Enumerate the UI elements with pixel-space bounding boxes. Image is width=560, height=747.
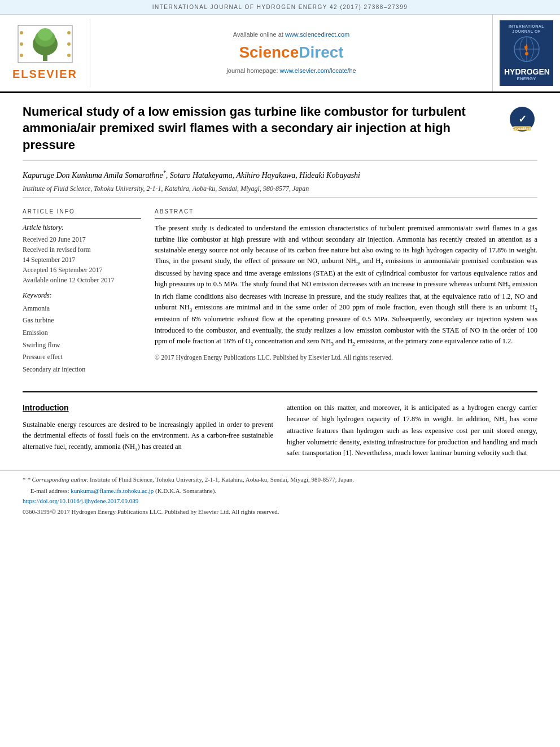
issn-line: 0360-3199/© 2017 Hydrogen Energy Publica… bbox=[23, 508, 537, 516]
hydrogen-energy-logo: International Journal of HYDROGEN ENERGY bbox=[492, 15, 560, 91]
article-history-group: Article history: Received 20 June 2017 R… bbox=[23, 223, 141, 285]
branding-row: ELSEVIER Available online at www.science… bbox=[0, 15, 560, 93]
elsevier-brand-text: ELSEVIER bbox=[12, 66, 77, 82]
revised-date: 14 September 2017 bbox=[23, 255, 141, 265]
journal-homepage-link[interactable]: www.elsevier.com/locate/he bbox=[280, 67, 356, 74]
svg-text:✓: ✓ bbox=[518, 113, 526, 125]
article-title-section: Numerical study of a low emission gas tu… bbox=[23, 93, 537, 161]
he-logo-main2: ENERGY bbox=[504, 76, 549, 82]
article-info-label: ARTICLE INFO bbox=[23, 208, 141, 219]
intro-two-col: Introduction Sustainable energy resource… bbox=[23, 403, 537, 458]
svg-point-4 bbox=[38, 28, 53, 41]
sd-science-text: Science bbox=[239, 43, 299, 61]
affiliation-line: Institute of Fluid Science, Tohoku Unive… bbox=[23, 184, 537, 194]
keyword-gas-turbine: Gas turbine bbox=[23, 314, 141, 327]
journal-header: INTERNATIONAL JOURNAL OF HYDROGEN ENERGY… bbox=[0, 0, 560, 15]
accepted-text: Accepted 16 September 2017 bbox=[23, 265, 141, 275]
intro-col-left: Introduction Sustainable energy resource… bbox=[23, 403, 273, 458]
revised-label: Received in revised form bbox=[23, 244, 141, 255]
crossmark-icon: ✓ CrossMark bbox=[509, 106, 536, 133]
article-content: Numerical study of a low emission gas tu… bbox=[0, 93, 560, 459]
article-info-abstract-row: ARTICLE INFO Article history: Received 2… bbox=[23, 197, 537, 391]
abstract-column: ABSTRACT The present study is dedicated … bbox=[155, 208, 537, 381]
keyword-emission: Emission bbox=[23, 327, 141, 339]
crossmark-badge[interactable]: ✓ CrossMark bbox=[506, 106, 537, 133]
available-online-text: Available online at www.sciencedirect.co… bbox=[233, 30, 349, 39]
svg-point-16 bbox=[525, 52, 528, 55]
svg-point-11 bbox=[67, 54, 71, 57]
intro-heading: Introduction bbox=[23, 403, 273, 414]
he-logo-title: International Journal of bbox=[504, 24, 549, 34]
he-logo-main1: HYDROGEN bbox=[504, 68, 549, 76]
introduction-section: Introduction Sustainable energy resource… bbox=[23, 391, 537, 458]
sciencedirect-url-link[interactable]: www.sciencedirect.com bbox=[285, 31, 349, 38]
journal-homepage: journal homepage: www.elsevier.com/locat… bbox=[226, 67, 356, 75]
footnote-email: E-mail address: kunkuma@flame.ifs.tohoku… bbox=[23, 486, 537, 496]
footnotes-section: * * Corresponding author. Institute of F… bbox=[0, 470, 560, 516]
abstract-text: The present study is dedicated to unders… bbox=[155, 223, 537, 362]
received-text: Received 20 June 2017 bbox=[23, 234, 141, 244]
svg-point-7 bbox=[20, 42, 23, 46]
intro-col-right-text: attention on this matter, and moreover, … bbox=[287, 403, 537, 458]
article-info-column: ARTICLE INFO Article history: Received 2… bbox=[23, 208, 141, 381]
online-text: Available online 12 October 2017 bbox=[23, 275, 141, 285]
article-main-title: Numerical study of a low emission gas tu… bbox=[23, 103, 506, 154]
email-indent bbox=[23, 487, 29, 494]
journal-header-text: INTERNATIONAL JOURNAL OF HYDROGEN ENERGY… bbox=[152, 4, 408, 10]
copyright-line: © 2017 Hydrogen Energy Publications LLC.… bbox=[155, 353, 537, 363]
intro-col-left-text: Sustainable energy resources are desired… bbox=[23, 420, 273, 453]
elsevier-tree-icon bbox=[17, 24, 73, 64]
keywords-group: Keywords: Ammonia Gas turbine Emission S… bbox=[23, 291, 141, 375]
abstract-label: ABSTRACT bbox=[155, 208, 537, 219]
keywords-label: Keywords: bbox=[23, 291, 141, 300]
footnote-corresponding: * * Corresponding author. Institute of F… bbox=[23, 475, 537, 484]
svg-point-8 bbox=[20, 54, 23, 57]
svg-text:CrossMark: CrossMark bbox=[511, 126, 532, 130]
center-branding: Available online at www.sciencedirect.co… bbox=[90, 25, 492, 81]
authors-line: Kapuruge Don Kunkuma Amila Somarathne*, … bbox=[23, 169, 537, 182]
keyword-secondary-air: Secondary air injection bbox=[23, 364, 141, 376]
doi-link[interactable]: https://doi.org/10.1016/j.ijhydene.2017.… bbox=[23, 497, 138, 504]
authors-section: Kapuruge Don Kunkuma Amila Somarathne*, … bbox=[23, 161, 537, 197]
article-history-label: Article history: bbox=[23, 223, 141, 233]
svg-point-6 bbox=[20, 31, 23, 34]
keyword-ammonia: Ammonia bbox=[23, 303, 141, 315]
elsevier-logo: ELSEVIER bbox=[0, 19, 90, 88]
he-logo-box: International Journal of HYDROGEN ENERGY bbox=[500, 20, 553, 86]
keyword-pressure-effect: Pressure effect bbox=[23, 351, 141, 364]
intro-col-right: attention on this matter, and moreover, … bbox=[287, 403, 537, 458]
svg-point-10 bbox=[67, 42, 71, 46]
footnote-star: * bbox=[23, 476, 27, 483]
he-globe-icon bbox=[513, 35, 541, 63]
sd-direct-text: Direct bbox=[299, 43, 343, 61]
svg-point-9 bbox=[67, 31, 71, 34]
sciencedirect-brand: ScienceDirect bbox=[239, 41, 343, 63]
keyword-swirling-flow: Swirling flow bbox=[23, 339, 141, 352]
doi-line: https://doi.org/10.1016/j.ijhydene.2017.… bbox=[23, 497, 537, 505]
email-link[interactable]: kunkuma@flame.ifs.tohoku.ac.jp bbox=[71, 487, 154, 494]
